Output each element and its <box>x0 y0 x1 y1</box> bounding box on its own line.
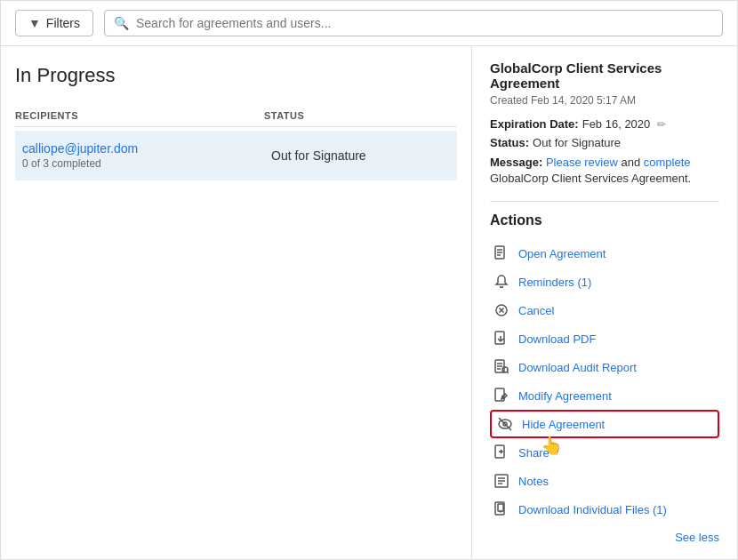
edit-expiration-icon[interactable]: ✏ <box>657 118 666 131</box>
reminders-icon <box>493 274 509 290</box>
action-hide-agreement[interactable]: Hide Agreement👆 <box>490 410 719 438</box>
status-badge: Out for Signature <box>271 148 450 163</box>
notes-icon <box>493 473 509 489</box>
open-agreement-icon <box>493 245 509 261</box>
actions-title: Actions <box>490 212 719 228</box>
download-pdf-icon <box>493 331 509 347</box>
message-part5: GlobalCorp Client Services Agreement. <box>490 172 691 185</box>
main-content: In Progress RECIPIENTS STATUS calliope@j… <box>1 46 737 559</box>
message-label: Message: <box>490 156 542 169</box>
col-header-status: STATUS <box>264 110 457 121</box>
action-download-individual[interactable]: Download Individual Files (1) <box>490 495 719 524</box>
divider <box>490 201 719 202</box>
notes-label: Notes <box>518 475 549 488</box>
action-download-audit[interactable]: Download Audit Report <box>490 353 719 381</box>
table-header: RECIPIENTS STATUS <box>15 105 457 127</box>
action-open-agreement[interactable]: Open Agreement <box>490 239 719 268</box>
action-reminders[interactable]: Reminders (1) <box>490 268 719 296</box>
hide-agreement-icon <box>497 416 513 432</box>
hide-agreement-label: Hide Agreement <box>522 418 605 431</box>
search-box: 🔍 <box>104 10 723 36</box>
status-value: Out for Signature <box>533 136 621 149</box>
action-share[interactable]: Share <box>490 438 719 467</box>
agreement-title: GlobalCorp Client Services Agreement <box>490 60 719 91</box>
page-title: In Progress <box>15 64 457 87</box>
recipient-info: calliope@jupiter.dom 0 of 3 completed <box>22 141 271 170</box>
message-part3: and <box>621 156 640 169</box>
message-row: Message: Please review and complete Glob… <box>490 155 719 187</box>
status-label: Status: <box>490 136 529 149</box>
filter-icon: ▼ <box>28 16 41 30</box>
svg-point-4 <box>502 367 508 372</box>
modify-agreement-label: Modify Agreement <box>518 389 612 403</box>
action-cancel[interactable]: Cancel <box>490 296 719 324</box>
expiration-row: Expiration Date: Feb 16, 2020 ✏ <box>490 117 719 131</box>
search-input[interactable] <box>136 16 713 30</box>
cancel-label: Cancel <box>518 304 554 317</box>
search-icon: 🔍 <box>114 16 129 30</box>
message-part4: complete <box>644 156 691 169</box>
download-individual-label: Download Individual Files (1) <box>518 503 667 516</box>
recipient-email: calliope@jupiter.dom <box>22 141 271 156</box>
left-panel: In Progress RECIPIENTS STATUS calliope@j… <box>1 46 472 559</box>
action-modify-agreement[interactable]: Modify Agreement <box>490 381 719 410</box>
expiration-value: Feb 16, 2020 <box>582 117 651 131</box>
top-bar: ▼ Filters 🔍 <box>1 1 737 46</box>
cancel-icon <box>493 302 509 318</box>
table-row[interactable]: calliope@jupiter.dom 0 of 3 completed Ou… <box>15 131 457 180</box>
open-agreement-label: Open Agreement <box>518 247 606 260</box>
share-icon <box>493 444 509 460</box>
message-part1: Please review <box>546 156 618 169</box>
filter-label: Filters <box>46 16 80 30</box>
recipient-count: 0 of 3 completed <box>22 157 271 170</box>
svg-rect-12 <box>498 504 503 511</box>
download-pdf-label: Download PDF <box>518 332 596 346</box>
action-download-pdf[interactable]: Download PDF <box>490 324 719 353</box>
see-less-section: See less <box>490 524 719 548</box>
right-panel: GlobalCorp Client Services Agreement Cre… <box>472 46 737 559</box>
see-less-link[interactable]: See less <box>675 531 719 544</box>
actions-list: Open AgreementReminders (1)CancelDownloa… <box>490 239 719 524</box>
download-audit-label: Download Audit Report <box>518 361 637 374</box>
agreement-created: Created Feb 14, 2020 5:17 AM <box>490 94 719 107</box>
download-individual-icon <box>493 501 509 517</box>
reminders-label: Reminders (1) <box>518 276 591 289</box>
download-audit-icon <box>493 359 509 375</box>
status-row: Status: Out for Signature <box>490 136 719 149</box>
share-label: Share <box>518 446 549 460</box>
action-notes[interactable]: Notes <box>490 467 719 495</box>
expiration-label: Expiration Date: <box>490 117 579 131</box>
filter-button[interactable]: ▼ Filters <box>15 10 93 36</box>
svg-rect-2 <box>495 332 504 344</box>
modify-agreement-icon <box>493 388 509 404</box>
col-header-recipients: RECIPIENTS <box>15 110 264 121</box>
